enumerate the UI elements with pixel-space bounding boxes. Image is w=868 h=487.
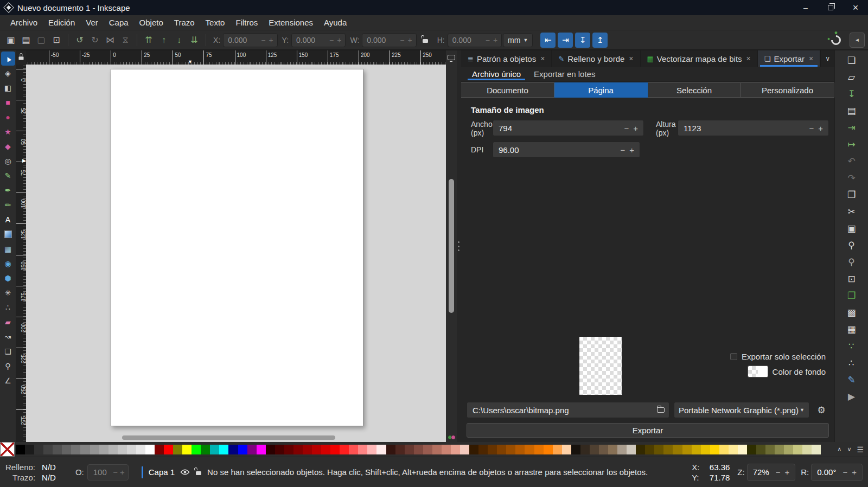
tweak-tool[interactable]: ✳	[1, 286, 15, 300]
raise-to-top-icon[interactable]: ⇈	[141, 33, 156, 48]
color-swatch[interactable]	[405, 445, 414, 454]
color-swatch[interactable]	[99, 445, 108, 454]
horizontal-scrollbar[interactable]	[26, 434, 446, 441]
box3d-tool[interactable]: ◆	[1, 139, 15, 153]
area-documento-button[interactable]: Documento	[461, 82, 554, 98]
lower-to-bottom-icon[interactable]: ⇊	[187, 33, 202, 48]
copy-icon[interactable]: ❐	[844, 187, 860, 202]
color-swatch[interactable]	[80, 445, 90, 454]
color-swatch[interactable]	[284, 445, 293, 454]
restore-button[interactable]	[818, 0, 843, 15]
unlink-clone-icon[interactable]: ▦	[844, 322, 860, 337]
rotation-minus-button[interactable]: −	[840, 467, 850, 477]
menu-item[interactable]: Trazo	[169, 16, 200, 29]
spray-tool[interactable]: ∴	[1, 300, 15, 315]
snap-bbox-edge-midpoints-button[interactable]: ↧	[575, 33, 590, 48]
fill-stroke-dialog-icon[interactable]: ✎	[844, 372, 860, 387]
color-swatch[interactable]	[747, 445, 756, 454]
text-tool[interactable]: A	[1, 213, 15, 227]
color-swatch[interactable]	[553, 445, 562, 454]
color-swatch[interactable]	[210, 445, 219, 454]
area-personalizado-button[interactable]: Personalizado	[741, 82, 834, 98]
display-mode-button[interactable]	[446, 50, 457, 65]
color-swatch[interactable]	[460, 445, 469, 454]
ellipse-tool[interactable]: ●	[1, 110, 15, 124]
ruler-lock-button[interactable]	[16, 50, 26, 65]
rotation-field[interactable]: 0.00° − +	[811, 464, 863, 481]
snap-bbox-corners-button[interactable]: ⇥	[558, 33, 573, 48]
vertical-scrollbar-thumb[interactable]	[449, 179, 454, 313]
color-swatch[interactable]	[571, 445, 580, 454]
tab-relleno-y-borde[interactable]: ✎ Relleno y borde ×	[552, 50, 640, 67]
raise-icon[interactable]: ↑	[156, 33, 171, 48]
node-tool[interactable]: ◈	[1, 66, 15, 80]
paint-bucket-tool[interactable]: ⬢	[1, 271, 15, 285]
color-swatch[interactable]	[386, 445, 395, 454]
tab-exportar[interactable]: ❏ Exportar ×	[758, 50, 821, 67]
color-swatch[interactable]	[43, 445, 53, 454]
w-minus-button[interactable]: −	[398, 36, 406, 44]
opacity-minus-button[interactable]: −	[112, 467, 119, 477]
color-swatch[interactable]	[525, 445, 534, 454]
redo-icon[interactable]: ↷	[844, 170, 860, 185]
cut-icon[interactable]: ✂	[844, 204, 860, 219]
export-only-selection-checkbox[interactable]	[730, 353, 737, 360]
snap-bbox-edges-button[interactable]: ⇤	[540, 33, 556, 48]
lock-ratio-icon[interactable]	[422, 37, 429, 43]
vertical-scrollbar[interactable]	[446, 65, 457, 442]
tab-exportar-en-lotes[interactable]: Exportar en lotes	[528, 67, 601, 81]
color-swatch[interactable]	[488, 445, 497, 454]
color-swatch[interactable]	[478, 445, 488, 454]
color-swatch[interactable]	[108, 445, 118, 454]
print-icon[interactable]: ▤	[844, 103, 860, 118]
undo-icon[interactable]: ↶	[844, 153, 860, 169]
rotate-cw-icon[interactable]: ↻	[87, 33, 103, 48]
menu-item[interactable]: Archivo	[5, 16, 42, 29]
color-swatch[interactable]	[590, 445, 599, 454]
more-commands-icon[interactable]: ▶	[844, 389, 860, 404]
select-all-icon[interactable]: ▣	[3, 33, 18, 48]
opacity-field[interactable]: 100 − +	[87, 464, 129, 480]
color-swatch[interactable]	[192, 445, 201, 454]
color-swatch[interactable]	[376, 445, 386, 454]
mesh-gradient-tool[interactable]: ▦	[1, 242, 15, 256]
folder-icon[interactable]	[657, 407, 665, 413]
color-swatch[interactable]	[238, 445, 247, 454]
color-swatch[interactable]	[330, 445, 340, 454]
close-button[interactable]: ×	[843, 0, 868, 15]
color-swatch[interactable]	[182, 445, 192, 454]
h-field[interactable]: 0.000 − +	[448, 33, 502, 47]
tab-archivo-unico[interactable]: Archivo único	[467, 67, 526, 81]
pencil-tool[interactable]: ✎	[1, 169, 15, 183]
color-swatch[interactable]	[812, 445, 821, 454]
color-swatch[interactable]	[442, 445, 451, 454]
save-document-icon[interactable]: ↧	[844, 86, 860, 101]
deselect-icon[interactable]: ▢	[34, 33, 49, 48]
color-swatch[interactable]	[682, 445, 692, 454]
layer-visibility-eye-icon[interactable]	[180, 469, 190, 476]
marker-tool[interactable]: ✏	[1, 198, 15, 212]
color-swatch[interactable]	[303, 445, 312, 454]
zoom-drawing-icon[interactable]: ⚲	[844, 238, 860, 253]
color-swatch[interactable]	[534, 445, 544, 454]
document-page[interactable]	[111, 69, 363, 426]
export-path-input[interactable]: C:\Users\oscar\bitmap.png	[467, 402, 669, 418]
color-swatch[interactable]	[719, 445, 729, 454]
color-swatch[interactable]	[515, 445, 525, 454]
color-swatch[interactable]	[201, 445, 210, 454]
close-icon[interactable]: ×	[809, 54, 813, 63]
color-swatch[interactable]	[756, 445, 765, 454]
select-all-layers-icon[interactable]: ▤	[18, 33, 34, 48]
color-swatch[interactable]	[16, 445, 25, 454]
zoom-page-icon[interactable]: ⚲	[844, 254, 860, 270]
star-tool[interactable]: ★	[1, 125, 15, 139]
color-swatch[interactable]	[738, 445, 747, 454]
y-minus-button[interactable]: −	[328, 36, 335, 44]
color-swatch[interactable]	[608, 445, 617, 454]
color-swatch[interactable]	[358, 445, 367, 454]
eraser-tool[interactable]: ▰	[1, 315, 15, 329]
rectangle-tool[interactable]: ■	[1, 95, 15, 110]
width-field[interactable]: 794 − +	[493, 120, 644, 136]
color-swatch[interactable]	[701, 445, 710, 454]
menu-item[interactable]: Edición	[43, 16, 80, 29]
